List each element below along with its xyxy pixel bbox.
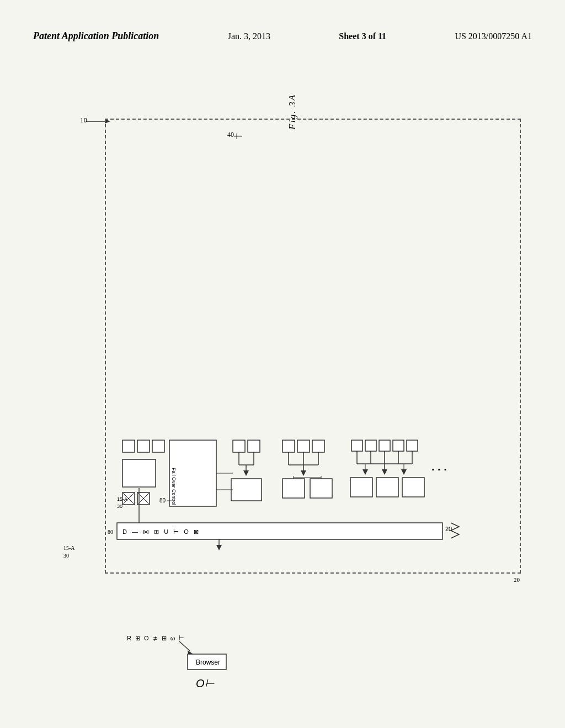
ref-15a: 15-A 30 <box>63 544 75 560</box>
bottom-section: R ⊞ O ⊅ ⊞ ω ⊢ Browser O⊢ <box>127 629 292 698</box>
svg-rect-21 <box>248 440 260 452</box>
svg-text:30: 30 <box>117 504 122 509</box>
svg-rect-43 <box>365 440 376 451</box>
svg-rect-4 <box>122 440 135 452</box>
svg-text:D — ⋈ ⊞ U ⊢ O ⊠: D — ⋈ ⊞ U ⊢ O ⊠ <box>122 528 200 535</box>
svg-text:80: 80 <box>159 497 166 504</box>
svg-rect-38 <box>310 479 332 498</box>
diagram-container: Fig. 3A 10 40 <box>50 88 532 618</box>
svg-marker-58 <box>401 469 407 475</box>
ref-40: 40 <box>227 131 234 139</box>
svg-rect-6 <box>152 440 164 452</box>
outer-boundary-box: 40 <box>105 119 521 574</box>
svg-marker-26 <box>243 470 249 476</box>
svg-rect-7 <box>122 459 156 487</box>
svg-rect-5 <box>137 440 150 452</box>
svg-rect-30 <box>312 440 324 452</box>
publication-date: Jan. 3, 2013 <box>228 31 270 41</box>
svg-rect-60 <box>376 478 398 497</box>
publication-title: Patent Application Publication <box>33 30 159 42</box>
svg-text:O⊢: O⊢ <box>196 677 215 689</box>
svg-rect-59 <box>350 478 372 497</box>
ref-80: 80 <box>108 529 113 535</box>
svg-text:Fail Over Control: Fail Over Control <box>171 468 177 505</box>
svg-rect-27 <box>231 479 262 501</box>
svg-text:R ⊞ O ⊅ ⊞ ω ⊢: R ⊞ O ⊅ ⊞ ω ⊢ <box>127 635 185 641</box>
svg-marker-69 <box>216 545 222 550</box>
svg-rect-20 <box>233 440 245 452</box>
svg-line-72 <box>179 641 190 651</box>
svg-rect-46 <box>407 440 418 451</box>
page-header: Patent Application Publication Jan. 3, 2… <box>0 30 565 42</box>
ref-20: 20 <box>514 576 520 583</box>
svg-rect-37 <box>282 479 305 498</box>
svg-rect-28 <box>282 440 295 452</box>
svg-marker-36 <box>301 470 306 476</box>
svg-rect-42 <box>351 440 363 451</box>
svg-rect-45 <box>393 440 404 451</box>
svg-text:20: 20 <box>445 526 452 532</box>
svg-text:Browser: Browser <box>196 659 220 666</box>
patent-number: US 2013/0007250 A1 <box>455 31 532 41</box>
svg-marker-54 <box>382 469 387 475</box>
sheet-info: Sheet 3 of 11 <box>339 31 386 41</box>
svg-rect-29 <box>297 440 310 452</box>
svg-rect-61 <box>402 478 424 497</box>
ref-10-label: 10 <box>80 116 87 125</box>
svg-text:15-A: 15-A <box>117 496 127 502</box>
svg-text:. . .: . . . <box>431 461 447 473</box>
svg-marker-57 <box>363 469 368 475</box>
svg-rect-44 <box>379 440 390 451</box>
